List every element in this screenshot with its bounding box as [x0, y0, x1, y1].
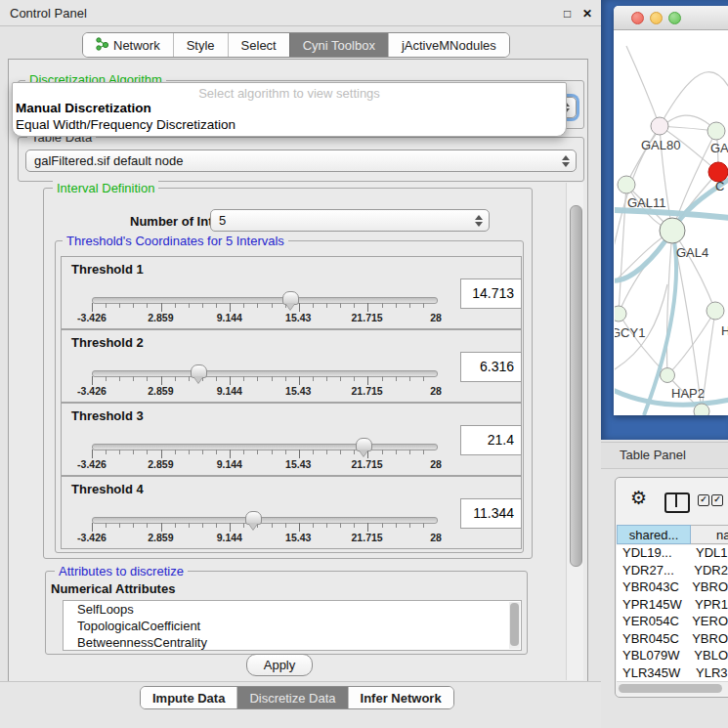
- network-icon: [96, 37, 108, 54]
- network-node[interactable]: [661, 368, 675, 383]
- tab-discretize-data[interactable]: Discretize Data: [236, 687, 347, 708]
- scale-tick-label: 21.715: [352, 532, 383, 543]
- table-row[interactable]: YLR345WYLR3: [617, 665, 728, 682]
- network-node[interactable]: [618, 176, 635, 193]
- threshold-value-field[interactable]: 21.4: [460, 425, 522, 455]
- apply-button[interactable]: Apply: [246, 654, 313, 676]
- list-item[interactable]: SelfLoops: [64, 601, 521, 618]
- scale-tick-label: 9.144: [217, 312, 242, 323]
- table-body[interactable]: YDL19...YDL1 YDR27...YDR2 YBR043CYBRO YP…: [617, 545, 728, 681]
- network-node[interactable]: [615, 306, 626, 321]
- cell-name: YPR1: [695, 597, 728, 615]
- network-window-titlebar[interactable]: [614, 6, 728, 30]
- slider-major-ticks: [92, 303, 437, 312]
- cell-shared-name: YBR045C: [617, 631, 692, 649]
- list-item[interactable]: TopologicalCoefficient: [64, 618, 521, 634]
- panel-vertical-scrollbar[interactable]: [566, 183, 583, 680]
- table-row[interactable]: YDR27...YDR2: [617, 563, 728, 580]
- network-view-window[interactable]: GAL80 GA C GAL11 GAL4 GCY1 H HAP2: [614, 6, 728, 415]
- tab-select[interactable]: Select: [228, 33, 289, 57]
- node-label: GA: [710, 141, 728, 155]
- scrollbar-thumb[interactable]: [570, 205, 582, 567]
- scale-tick-label: 28: [430, 385, 442, 397]
- numerical-attributes-list[interactable]: SelfLoops TopologicalCoefficient Between…: [63, 600, 522, 651]
- tab-jactivemnodules[interactable]: jActiveMNodules: [388, 33, 509, 57]
- tab-impute-data[interactable]: Impute Data: [141, 687, 236, 708]
- scale-tick-label: -3.426: [77, 312, 107, 323]
- scale-tick-label: 2.859: [148, 532, 173, 543]
- mac-minimize-icon[interactable]: [650, 12, 663, 24]
- threshold-label: Threshold 4: [71, 482, 144, 496]
- attributes-group-label: Attributes to discretize: [55, 564, 188, 578]
- table-row[interactable]: YPR145WYPR1: [617, 597, 728, 615]
- cell-name: YERO: [692, 614, 728, 631]
- column-header-shared-name[interactable]: shared...: [617, 525, 691, 544]
- threshold-value-field[interactable]: 14.713: [460, 278, 522, 309]
- tab-infer-network[interactable]: Infer Network: [348, 687, 453, 708]
- scrollbar-thumb[interactable]: [619, 684, 722, 693]
- threshold-label: Threshold 3: [71, 408, 144, 423]
- app-root: Control Panel □ ✕ Network Style Select C…: [0, 0, 728, 728]
- tab-network[interactable]: Network: [83, 33, 173, 57]
- tab-cyni-toolbox[interactable]: Cyni Toolbox: [289, 33, 388, 57]
- threshold-value-field[interactable]: 6.316: [460, 352, 522, 382]
- tab-label: Infer Network: [361, 691, 442, 706]
- float-window-icon[interactable]: □: [564, 7, 571, 21]
- mac-zoom-icon[interactable]: [668, 12, 681, 24]
- control-panel-titlebar: Control Panel □ ✕: [0, 0, 601, 26]
- checkbox-icon[interactable]: ✓: [698, 494, 709, 506]
- table-panel-title: Table Panel: [620, 448, 686, 462]
- number-of-intervals-combobox[interactable]: 5: [210, 209, 490, 232]
- gear-icon[interactable]: ⚙: [630, 489, 647, 507]
- table-row[interactable]: YBR045CYBRO: [617, 631, 728, 649]
- table-data-value: galFiltered.sif default node: [34, 153, 183, 168]
- close-icon[interactable]: ✕: [582, 7, 592, 21]
- tab-label: Select: [241, 38, 277, 53]
- tab-label: Network: [113, 38, 160, 53]
- node-label: GAL11: [627, 195, 666, 210]
- table-row[interactable]: YBR043CYBRO: [617, 579, 728, 597]
- list-scrollbar[interactable]: [509, 602, 520, 649]
- scale-tick-label: -3.426: [77, 385, 107, 397]
- table-data-combobox[interactable]: galFiltered.sif default node: [25, 150, 577, 172]
- popup-hint: Select algorithm to view settings: [13, 86, 566, 101]
- popup-item-manual[interactable]: Manual Discretization: [16, 101, 151, 115]
- table-row[interactable]: YBL079WYBLO: [617, 648, 728, 665]
- table-header-row: shared... na: [617, 525, 728, 544]
- scale-tick-label: 2.859: [148, 458, 173, 470]
- tab-label: Style: [187, 38, 215, 53]
- list-item[interactable]: BetweennessCentrality: [64, 634, 521, 651]
- slider-thumb[interactable]: [191, 364, 207, 378]
- cell-name: YLR3: [696, 665, 728, 682]
- node-label: GCY1: [615, 325, 645, 340]
- slider-scale: -3.426 2.859 9.144 15.43 21.715 28: [92, 458, 436, 470]
- combo-arrows-icon: [562, 155, 570, 167]
- cell-name: YBLO: [694, 648, 728, 665]
- mac-close-icon[interactable]: [631, 12, 644, 24]
- slider-scale: -3.426 2.859 9.144 15.43 21.715 28: [92, 385, 436, 397]
- slider-scale: -3.426 2.859 9.144 15.43 21.715 28: [92, 532, 436, 543]
- threshold-value-field[interactable]: 11.344: [460, 498, 522, 529]
- scale-tick-label: 28: [430, 532, 442, 543]
- slider-thumb[interactable]: [356, 438, 372, 451]
- column-header-name[interactable]: na: [691, 525, 728, 544]
- network-node[interactable]: [694, 404, 709, 415]
- popup-item-equal-width[interactable]: Equal Width/Frequency Discretization: [16, 117, 236, 132]
- table-row[interactable]: YDL19...YDL1: [617, 545, 728, 563]
- checkbox-icon[interactable]: ✓: [711, 494, 723, 506]
- thresholds-group-label: Threshold's Coordinates for 5 Intervals: [63, 234, 288, 248]
- slider-thumb[interactable]: [245, 511, 262, 525]
- network-canvas[interactable]: GAL80 GA C GAL11 GAL4 GCY1 H HAP2: [615, 30, 728, 415]
- network-node[interactable]: [707, 302, 724, 320]
- columns-icon[interactable]: [664, 492, 690, 513]
- cell-shared-name: YBR043C: [617, 579, 692, 597]
- table-row[interactable]: YER054CYERO: [617, 614, 728, 631]
- network-node[interactable]: [660, 218, 685, 243]
- network-node[interactable]: [651, 117, 668, 135]
- network-node[interactable]: [707, 122, 725, 140]
- tab-label: Cyni Toolbox: [303, 38, 375, 53]
- table-horizontal-scrollbar[interactable]: [617, 681, 728, 695]
- cyni-mode-tabs: Impute Data Discretize Data Infer Networ…: [140, 686, 454, 709]
- tab-style[interactable]: Style: [173, 33, 228, 57]
- slider-thumb[interactable]: [282, 291, 299, 305]
